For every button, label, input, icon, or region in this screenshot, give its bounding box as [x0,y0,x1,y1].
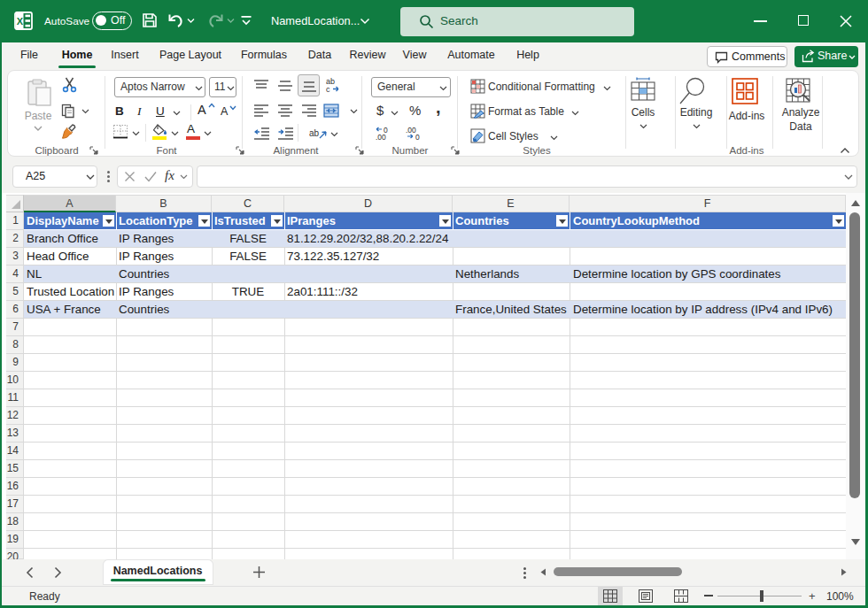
svg-text:ab: ab [309,128,320,138]
svg-text:.00: .00 [376,133,386,141]
svg-text:X: X [17,16,24,27]
svg-text:0: 0 [415,133,420,141]
svg-text:c: c [326,85,330,93]
